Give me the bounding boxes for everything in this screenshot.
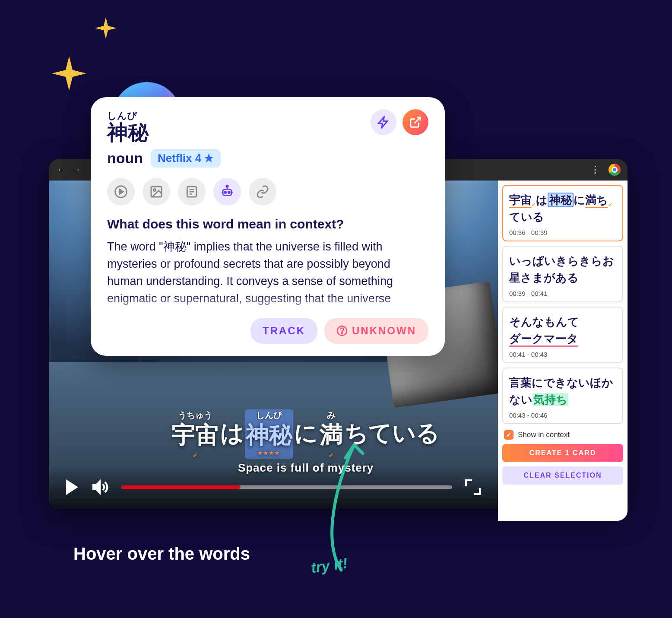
create-card-button[interactable]: CREATE 1 CARD — [502, 444, 623, 462]
part-of-speech: noun — [107, 150, 143, 167]
subtitle-card[interactable]: いっぱいきらきらお星さまがある 00:39 - 00:41 — [502, 246, 623, 302]
subtitle-timestamp: 00:41 - 00:43 — [509, 351, 616, 358]
subtitle-card-text: いっぱいきらきらお星さまがある — [509, 253, 616, 286]
play-audio-icon[interactable] — [107, 178, 135, 206]
track-button[interactable]: TRACK — [250, 318, 317, 344]
frequency-badge: Netflix 4 ★ — [151, 149, 221, 168]
clear-selection-button[interactable]: CLEAR SELECTION — [502, 466, 623, 485]
progress-bar[interactable] — [121, 485, 452, 489]
subtitle-card[interactable]: 宇宙✓は神秘に満ち✓ている 00:36 - 00:39 — [502, 185, 623, 241]
arrow-annotation — [307, 441, 393, 580]
word-popup: しんぴ 神秘 noun Netflix 4 ★ — [91, 97, 445, 356]
link-icon[interactable] — [249, 178, 276, 206]
back-button[interactable]: ← — [56, 165, 66, 174]
play-button[interactable] — [66, 479, 78, 495]
question-icon — [336, 325, 348, 336]
furigana: うちゅう — [172, 409, 219, 421]
context-answer: The word "神秘" implies that the universe … — [107, 238, 428, 307]
subtitle-timestamp: 00:39 - 00:41 — [509, 290, 616, 297]
svg-point-2 — [153, 189, 155, 191]
sparkle-icon — [52, 56, 86, 91]
export-button[interactable] — [403, 109, 428, 135]
subtitle-word[interactable]: うちゅう 宇宙 ✓ — [171, 409, 219, 459]
svg-point-8 — [225, 191, 226, 193]
furigana: み — [320, 409, 343, 421]
browser-menu-icon[interactable]: ⋮ — [586, 164, 603, 175]
ai-icon[interactable] — [213, 178, 241, 206]
star-icon: ★ — [204, 152, 214, 165]
svg-point-15 — [342, 333, 342, 333]
subtitle-card-text: 宇宙✓は神秘に満ち✓ている — [509, 192, 616, 225]
unknown-button[interactable]: UNKNOWN — [324, 318, 428, 344]
subtitle-sidebar: 宇宙✓は神秘に満ち✓ている 00:36 - 00:39 いっぱいきらきらお星さま… — [498, 181, 628, 521]
subtitle-overlay: うちゅう 宇宙 ✓ は しんぴ 神秘 ★★★★ に — [171, 409, 441, 475]
quick-action-button[interactable] — [371, 109, 396, 135]
notes-icon[interactable] — [178, 178, 206, 206]
fullscreen-button[interactable] — [465, 479, 481, 495]
furigana: しんぴ — [246, 409, 292, 421]
word-kanji: 神秘 — [107, 122, 221, 143]
subtitle-word-highlighted[interactable]: しんぴ 神秘 ★★★★ — [245, 409, 293, 459]
image-icon[interactable] — [143, 178, 170, 206]
context-question: What does this word mean in context? — [107, 217, 428, 231]
subtitle-card[interactable]: 言葉にできないほかない気持ち 00:43 - 00:46 — [502, 368, 623, 424]
checkbox-label: Show in context — [518, 431, 570, 439]
forward-button[interactable]: → — [71, 165, 82, 174]
volume-button[interactable] — [91, 479, 108, 496]
checkbox-icon: ✓ — [504, 430, 514, 440]
hover-caption: Hover over the words — [73, 544, 250, 564]
sparkle-icon — [95, 17, 117, 39]
subtitle-card-text: 言葉にできないほかない気持ち — [509, 374, 616, 408]
subtitle-timestamp: 00:43 - 00:46 — [509, 412, 616, 419]
chrome-icon — [609, 164, 621, 176]
progress-filled — [121, 485, 241, 489]
word-heading: しんぴ 神秘 — [107, 109, 221, 143]
subtitle-timestamp: 00:36 - 00:39 — [509, 229, 616, 236]
subtitle-translation: Space is full of mystery — [171, 461, 441, 475]
subtitle-card[interactable]: そんなもんて ダークマータ 00:41 - 00:43 — [502, 307, 623, 363]
svg-point-9 — [228, 191, 230, 193]
subtitle-word[interactable]: は — [219, 409, 245, 459]
word-furigana: しんぴ — [107, 109, 221, 122]
svg-point-11 — [226, 185, 228, 187]
subtitle-card-text: そんなもんて ダークマータ — [509, 314, 616, 347]
show-in-context-checkbox[interactable]: ✓ Show in context — [502, 428, 623, 440]
